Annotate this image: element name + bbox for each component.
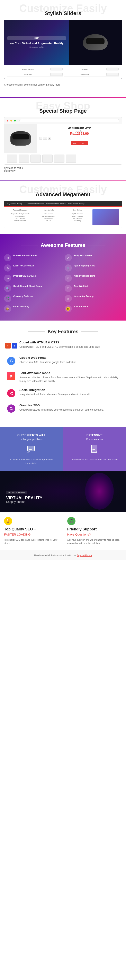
section-shop: Easy Shop Special Shop Page 3D VR Headse… [0,98,126,180]
vr-banner-subtitle: Shopify Theme [6,500,42,503]
control-input-1[interactable] [50,68,62,70]
mm-item-12: VR Gaming [64,220,91,222]
qty-minus[interactable]: - [40,137,42,140]
thumb-3[interactable] [30,154,41,163]
google-icon: G [7,357,15,365]
nav-item-3[interactable]: Fairly Advanced Reality [46,202,65,205]
feature-icon-4: 🛒 [65,264,72,272]
feature-icon-7: 🔍 [4,285,11,292]
feature-item-9: 💱 Currency Switcher [4,295,62,302]
section-key-features: Key Features 5 3 Coded with HTML5 & CSS3… [0,321,126,427]
feature-title-12: & Much More! [74,305,89,308]
features-title: Awesome Features [41,242,85,248]
feature-item-3: ✎ Easy To Customize [4,264,62,272]
kf-text-4: Social Integration Integrated with all S… [19,388,91,396]
window-minimize-dot [10,120,12,121]
kf-text-3: Font-Awesome Icons Awesome collection of… [19,371,120,383]
support-forum-link[interactable]: Support Forum [77,554,92,557]
kf-line-left [28,331,45,332]
footer-bar: Need any help? Just submit a ticket to o… [0,550,126,560]
feature-text-10: Newsletter Pop-up [74,295,94,298]
control-input-2[interactable] [106,68,119,70]
font-awesome-icon: ⚑ [7,372,15,380]
feature-text-8: Ajax Wishlist [74,285,88,287]
kf-desc-1: Coded with HTML 5 and CSS 3. A 3 year we… [19,345,100,349]
trophy-icon: 🏆 [4,517,12,525]
control-label-3: Image height [7,74,49,75]
feature-title-4: Ajax Shopping Cart [74,264,95,267]
nav-item-2[interactable]: Comprehensive Reality [25,202,44,205]
mm-col-header-1: Featured Products [7,209,34,212]
feature-item-12: 😊 & Much More! [65,305,122,312]
feature-title-8: Ajax Wishlist [74,285,88,287]
feature-text-3: Easy To Customize [13,264,34,267]
html5-css3-pair: 5 3 [5,343,18,348]
slider-subtext: Reshaping reality [7,46,66,48]
kf-text-5: Great for SEO Coded with SEO to initial … [19,403,104,412]
bottom-card-seo-subtitle: FASTER LOADING [4,533,59,536]
feature-title-6: Ajax Product Filters [74,275,95,277]
feature-item-10: ✉ Newsletter Pop-up [65,295,122,302]
control-input-4[interactable] [106,73,119,76]
mm-item-9: Top VR Headsets [64,213,91,215]
nav-item-1[interactable]: Augmented Reality [7,202,22,205]
feature-item-8: ♡ Ajax Wishlist [65,285,122,292]
kf-item-4: Social Integration Integrated with all S… [6,388,120,398]
feature-item-7: 🔍 Quick Shop & Cloud Zoom [4,285,62,292]
thumb-4[interactable] [42,154,53,163]
feature-icon-1: ⊞ [4,254,11,261]
thumb-6[interactable] [66,154,76,163]
feature-item-4: 🛒 Ajax Shopping Cart [65,264,122,272]
feature-icon-8: ♡ [65,285,72,292]
svg-line-6 [12,409,13,410]
shop-label: ajax add to cart & quick view [0,165,126,174]
chat-bubble-icon [26,444,37,454]
feature-title-11: Order Tracking [13,305,29,308]
shop-preview: 3D VR Headset Sliver excl. Tax Rs.12698.… [4,117,122,165]
kf-icon-google: G [6,356,16,366]
vr-person-glow [85,473,114,510]
control-label-2: Navigation [64,68,105,70]
kf-text-2: Google Web Fonts Choose from 800+ fonts … [19,356,77,364]
support-right-icon-wrap [67,444,122,455]
shop-title: Special Shop Page [0,108,126,114]
vr-product-shape [10,131,31,146]
vr-headset-shape [83,34,108,51]
feature-icon-12: 😊 [65,305,72,312]
kf-desc-5: Coded with SEO to initial make your webs… [19,408,104,412]
support-left-icon-wrap [4,444,59,455]
kf-title-5: Great for SEO [19,403,104,407]
svg-marker-8 [27,451,30,453]
section-awesome-features: Awesome Features ⊞ Powerful Admin Panel … [0,234,126,321]
shop-product-area: 3D VR Headset Sliver excl. Tax Rs.12698.… [4,124,122,153]
product-title: 3D VR Headset Sliver [40,127,119,129]
qty-plus[interactable]: + [48,137,51,140]
support-box-left: OUR EXPERTS WILL solve your problems Con… [0,427,63,471]
add-to-cart-button[interactable]: ADD TO CART [71,141,88,145]
footer-text-content: Need any help? Just submit a ticket to o… [34,554,77,557]
feature-text-5: Product Owl carousel [13,275,37,277]
key-features-title: Key Features [48,329,78,334]
nav-item-4[interactable]: Basic Sound Reality [68,202,85,205]
control-input-3[interactable] [50,73,62,76]
window-close-dot [7,120,8,121]
feature-icon-6: ♡ [65,275,72,282]
slider-left-panel: 360° We Craft Virtual and Augmented Real… [4,20,69,65]
support-right-title: EXTENSIVE [67,433,122,437]
vr-person [81,471,118,512]
shop-header-bar [4,118,122,124]
share-icon [7,389,15,397]
section-sliders: Customize Easily Stylish Sliders 360° We… [0,0,126,97]
qty-value: 1 [43,137,47,140]
slider-inner: 360° We Craft Virtual and Augmented Real… [4,20,122,65]
feature-item-11: 📦 Order Tracking [4,305,62,312]
section-bottom-cards: 🏆 Top Quality SEO + FASTER LOADING Top q… [0,512,126,550]
feature-text-1: Powerful Admin Panel [13,254,37,257]
feature-text-11: Order Tracking [13,305,29,308]
kf-desc-3: Awesome collection of Icons from Font aw… [19,375,120,383]
thumb-1[interactable] [7,154,17,163]
support-left-title: OUR EXPERTS WILL [4,433,59,437]
vr-banner-title: VIRTUAL REALITY [6,495,42,500]
thumb-2[interactable] [19,154,29,163]
thumb-5[interactable] [54,154,64,163]
